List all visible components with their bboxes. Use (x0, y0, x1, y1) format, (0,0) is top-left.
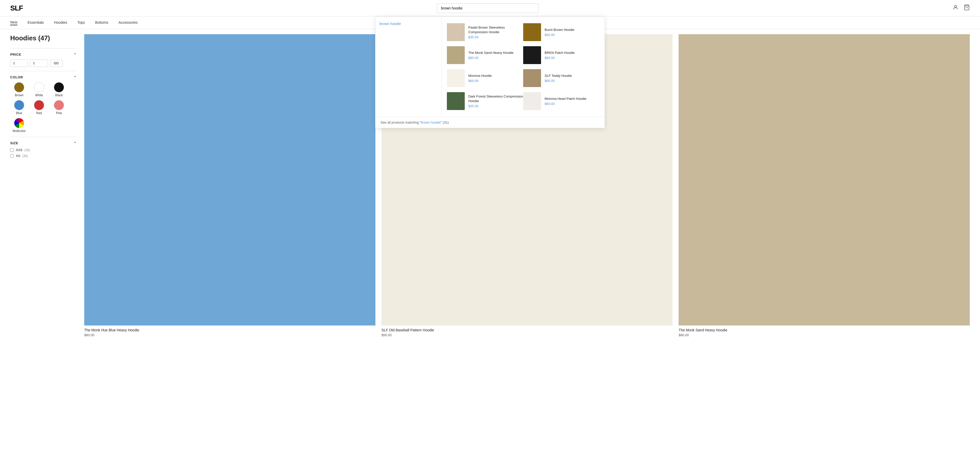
color-item-pink[interactable]: Pink (50, 100, 68, 115)
price-min-input[interactable] (10, 59, 28, 67)
product-image (84, 34, 375, 325)
size-checkbox-xs[interactable] (10, 154, 14, 158)
search-bar (437, 3, 539, 13)
dp-product-image (447, 92, 465, 110)
dp-product-info: BRKN Patch Hoodie $60.00 (545, 51, 575, 60)
nav-item-accessories[interactable]: Accessories (118, 21, 138, 25)
product-name: SLF Old Baseball Pattern Hoodie (382, 328, 673, 332)
nav-item-essentials[interactable]: Essentials (27, 21, 44, 25)
price-filter-header[interactable]: PRICE ⌃ (10, 53, 76, 56)
dropdown-product[interactable]: Pastel Brown Sleeveless Compression Hood… (447, 21, 523, 44)
product-image-wrap (84, 34, 375, 325)
color-label-pink: Pink (56, 111, 62, 115)
dp-product-price: $60.00 (545, 79, 572, 83)
header: SLF (0, 0, 980, 16)
product-name: The Monk Sand Heavy Hoodie (679, 328, 970, 332)
size-label-xs: XS (16, 154, 20, 158)
nav-item-bottoms[interactable]: Bottoms (95, 21, 108, 25)
dp-product-name: The Monk Sand Heavy Hoodie (468, 51, 514, 55)
color-swatch-red (34, 100, 44, 110)
user-icon (953, 4, 959, 11)
dp-product-name: Pastel Brown Sleeveless Compression Hood… (468, 25, 523, 35)
product-card[interactable]: The Monk Hue Blue Heavy Hoodie $80.00 (84, 34, 375, 337)
dropdown-left: brown hoodie (375, 17, 442, 117)
price-go-button[interactable]: GO (50, 60, 62, 67)
size-filter-header[interactable]: SIZE ⌃ (10, 141, 76, 145)
dp-product-info: Momma Hoodie $60.00 (468, 73, 492, 83)
dp-product-price: $60.00 (545, 33, 574, 37)
dp-product-name: Momma Hoodie (468, 73, 492, 78)
search-input[interactable] (437, 3, 539, 13)
sidebar: Hoodies (47) PRICE ⌃ GO COLOR ⌃ BrownWhi… (10, 34, 76, 337)
color-swatch-blue (14, 100, 24, 110)
color-item-white[interactable]: White (30, 82, 48, 97)
dropdown-inner: brown hoodie Pastel Brown Sleeveless Com… (375, 17, 605, 117)
product-image-wrap (679, 34, 970, 325)
dropdown-product[interactable]: SLF Teddy Hoodie $60.00 (523, 67, 600, 89)
color-filter-header[interactable]: COLOR ⌃ (10, 75, 76, 79)
product-price: $80.00 (84, 333, 375, 337)
color-swatch-white (34, 82, 44, 92)
header-icons (953, 4, 970, 12)
size-checkbox-xxs[interactable] (10, 148, 14, 152)
cart-icon (964, 4, 970, 11)
dropdown-right-col: Burnt Brown Hoodie $60.00 BRKN Patch Hoo… (523, 21, 600, 113)
dropdown-product[interactable]: Momma Hoodie $60.00 (447, 67, 523, 89)
dropdown-query[interactable]: brown hoodie (380, 22, 438, 26)
dp-product-name: Dark Forest Sleeveless Compression Hoodi… (468, 94, 523, 104)
dp-product-image (447, 46, 465, 64)
nav-item-hoodies[interactable]: Hoodies (54, 21, 67, 25)
color-label-black: Black (55, 93, 62, 97)
footer-query-link[interactable]: brown hoodie (421, 121, 441, 124)
dp-product-price: $60.00 (468, 79, 492, 83)
nav-item-tops[interactable]: Tops (77, 21, 85, 25)
color-item-multicolor[interactable]: Multicolor (10, 118, 28, 133)
dropdown-product[interactable]: The Monk Sand Heavy Hoodie $80.00 (447, 44, 523, 67)
dp-product-price: $60.00 (545, 102, 587, 106)
color-item-brown[interactable]: Brown (10, 82, 28, 97)
dp-product-image (523, 69, 541, 87)
dp-product-image (523, 23, 541, 41)
size-options: XXS(30)XS(30) (10, 148, 76, 158)
cart-icon-button[interactable] (964, 4, 970, 12)
color-label-red: Red (36, 111, 42, 115)
color-item-blue[interactable]: Blue (10, 100, 28, 115)
color-item-black[interactable]: Black (50, 82, 68, 97)
dp-product-image (447, 69, 465, 87)
size-option-xxs[interactable]: XXS(30) (10, 148, 76, 152)
nav-item-new[interactable]: New (10, 20, 18, 25)
color-swatch-black (54, 82, 64, 92)
dropdown-product[interactable]: Momma Heart Patch Hoodie $60.00 (523, 89, 600, 113)
dp-product-name: Momma Heart Patch Hoodie (545, 97, 587, 101)
dropdown-left-col: Pastel Brown Sleeveless Compression Hood… (447, 21, 523, 113)
dp-product-image (447, 23, 465, 41)
color-item-red[interactable]: Red (30, 100, 48, 115)
user-icon-button[interactable] (953, 4, 959, 12)
footer-text-after: " (31) (441, 121, 449, 124)
dropdown-product[interactable]: Dark Forest Sleeveless Compression Hoodi… (447, 89, 523, 113)
product-card[interactable]: The Monk Sand Heavy Hoodie $80.00 (679, 34, 970, 337)
price-filter-section: PRICE ⌃ GO (10, 48, 76, 71)
size-label-xxs: XXS (16, 148, 22, 152)
dp-product-name: BRKN Patch Hoodie (545, 51, 575, 55)
logo[interactable]: SLF (10, 4, 23, 12)
dp-product-info: Burnt Brown Hoodie $60.00 (545, 27, 574, 37)
price-max-input[interactable] (30, 59, 48, 67)
size-chevron-icon: ⌃ (74, 142, 76, 145)
color-filter-label: COLOR (10, 75, 23, 79)
color-swatch-pink (54, 100, 64, 110)
dp-product-name: SLF Teddy Hoodie (545, 73, 572, 78)
dropdown-products: Pastel Brown Sleeveless Compression Hood… (447, 21, 600, 113)
dropdown-product[interactable]: BRKN Patch Hoodie $60.00 (523, 44, 600, 67)
dropdown-product[interactable]: Burnt Brown Hoodie $60.00 (523, 21, 600, 44)
color-chevron-icon: ⌃ (74, 76, 76, 79)
color-label-white: White (35, 93, 43, 97)
color-label-blue: Blue (16, 111, 22, 115)
price-filter-label: PRICE (10, 53, 21, 56)
dp-product-info: Momma Heart Patch Hoodie $60.00 (545, 97, 587, 106)
svg-point-0 (955, 5, 956, 7)
color-grid: BrownWhiteBlackBlueRedPinkMulticolor (10, 82, 76, 133)
size-option-xs[interactable]: XS(30) (10, 154, 76, 158)
product-image (679, 34, 970, 325)
dp-product-price: $35.00 (468, 104, 523, 108)
